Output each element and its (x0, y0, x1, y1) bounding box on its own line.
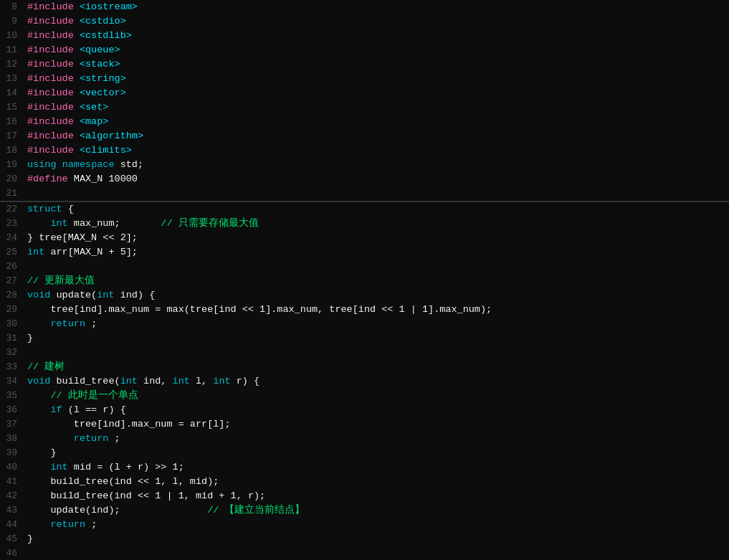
line-num-35: 35 (0, 389, 23, 403)
line-35: 35 // 此时是一个单点 (0, 389, 729, 403)
line-15: 15 #include <set> (0, 100, 729, 115)
line-num-22: 22 (0, 202, 23, 217)
line-num-26: 26 (0, 260, 23, 274)
line-num-39: 39 (0, 446, 23, 460)
line-content-21 (23, 186, 729, 201)
line-num-34: 34 (0, 374, 23, 389)
code-section: 22 struct { 23 int max_num; // 只需要存储最大值 … (0, 202, 729, 560)
line-num-44: 44 (0, 518, 23, 532)
line-21: 21 (0, 186, 729, 201)
line-33: 33 // 建树 (0, 360, 729, 374)
line-num-14: 14 (0, 86, 23, 100)
line-content-17: #include <algorithm> (23, 129, 729, 143)
line-content-26 (23, 260, 729, 274)
line-num-30: 30 (0, 317, 23, 331)
line-content-40: int mid = (l + r) >> 1; (23, 460, 729, 475)
line-num-16: 16 (0, 115, 23, 129)
line-num-38: 38 (0, 432, 23, 446)
line-content-18: #include <climits> (23, 143, 729, 158)
line-content-31: } (23, 331, 729, 346)
line-num-25: 25 (0, 245, 23, 260)
line-26: 26 (0, 260, 729, 274)
line-38: 38 return ; (0, 432, 729, 446)
line-19: 19 using namespace std; (0, 158, 729, 172)
line-content-38: return ; (23, 432, 729, 446)
line-17: 17 #include <algorithm> (0, 129, 729, 143)
line-44: 44 return ; (0, 518, 729, 532)
line-content-9: #include <cstdio> (23, 14, 729, 29)
line-43: 43 update(ind); // 【建立当前结点】 (0, 503, 729, 518)
line-num-21: 21 (0, 186, 23, 201)
line-num-20: 20 (0, 172, 23, 186)
line-content-41: build_tree(ind << 1, l, mid); (23, 475, 729, 489)
line-37: 37 tree[ind].max_num = arr[l]; (0, 417, 729, 432)
line-18: 18 #include <climits> (0, 143, 729, 158)
line-11: 11 #include <queue> (0, 43, 729, 57)
line-13: 13 #include <string> (0, 72, 729, 86)
line-content-45: } (23, 532, 729, 546)
line-num-10: 10 (0, 29, 23, 43)
line-content-24: } tree[MAX_N << 2]; (23, 231, 729, 245)
line-10: 10 #include <cstdlib> (0, 29, 729, 43)
line-content-32 (23, 346, 729, 360)
line-36: 36 if (l == r) { (0, 403, 729, 417)
line-content-25: int arr[MAX_N + 5]; (23, 245, 729, 260)
line-24: 24 } tree[MAX_N << 2]; (0, 231, 729, 245)
line-40: 40 int mid = (l + r) >> 1; (0, 460, 729, 475)
line-content-30: return ; (23, 317, 729, 331)
line-41: 41 build_tree(ind << 1, l, mid); (0, 475, 729, 489)
line-30: 30 return ; (0, 317, 729, 331)
line-num-23: 23 (0, 217, 23, 231)
line-39: 39 } (0, 446, 729, 460)
line-content-14: #include <vector> (23, 86, 729, 100)
line-num-37: 37 (0, 417, 23, 432)
line-content-44: return ; (23, 518, 729, 532)
line-34: 34 void build_tree(int ind, int l, int r… (0, 374, 729, 389)
line-content-42: build_tree(ind << 1 | 1, mid + 1, r); (23, 489, 729, 503)
line-content-33: // 建树 (23, 360, 729, 374)
line-8: 8 #include <iostream> (0, 0, 729, 14)
line-29: 29 tree[ind].max_num = max(tree[ind << 1… (0, 303, 729, 317)
line-num-24: 24 (0, 231, 23, 245)
line-num-43: 43 (0, 503, 23, 518)
line-num-11: 11 (0, 43, 23, 57)
line-num-13: 13 (0, 72, 23, 86)
line-num-40: 40 (0, 460, 23, 475)
line-25: 25 int arr[MAX_N + 5]; (0, 245, 729, 260)
line-num-28: 28 (0, 288, 23, 303)
line-num-9: 9 (0, 14, 23, 29)
line-num-46: 46 (0, 546, 23, 560)
line-content-11: #include <queue> (23, 43, 729, 57)
line-num-42: 42 (0, 489, 23, 503)
line-20: 20 #define MAX_N 10000 (0, 172, 729, 186)
line-num-18: 18 (0, 143, 23, 158)
line-content-8: #include <iostream> (23, 0, 729, 14)
line-content-13: #include <string> (23, 72, 729, 86)
line-num-8: 8 (0, 0, 23, 14)
line-9: 9 #include <cstdio> (0, 14, 729, 29)
line-num-12: 12 (0, 57, 23, 72)
line-content-16: #include <map> (23, 115, 729, 129)
line-num-36: 36 (0, 403, 23, 417)
line-28: 28 void update(int ind) { (0, 288, 729, 303)
line-23: 23 int max_num; // 只需要存储最大值 (0, 217, 729, 231)
line-content-28: void update(int ind) { (23, 288, 729, 303)
line-42: 42 build_tree(ind << 1 | 1, mid + 1, r); (0, 489, 729, 503)
line-num-17: 17 (0, 129, 23, 143)
line-content-36: if (l == r) { (23, 403, 729, 417)
line-num-41: 41 (0, 475, 23, 489)
line-12: 12 #include <stack> (0, 57, 729, 72)
line-14: 14 #include <vector> (0, 86, 729, 100)
line-content-23: int max_num; // 只需要存储最大值 (23, 217, 729, 231)
line-22: 22 struct { (0, 202, 729, 217)
line-45: 45 } (0, 532, 729, 546)
line-num-32: 32 (0, 346, 23, 360)
line-content-12: #include <stack> (23, 57, 729, 72)
line-16: 16 #include <map> (0, 115, 729, 129)
code-editor: 8 #include <iostream> 9 #include <cstdio… (0, 0, 729, 560)
line-num-31: 31 (0, 331, 23, 346)
line-content-29: tree[ind].max_num = max(tree[ind << 1].m… (23, 303, 729, 317)
line-content-20: #define MAX_N 10000 (23, 172, 729, 186)
line-num-27: 27 (0, 274, 23, 288)
line-num-19: 19 (0, 158, 23, 172)
